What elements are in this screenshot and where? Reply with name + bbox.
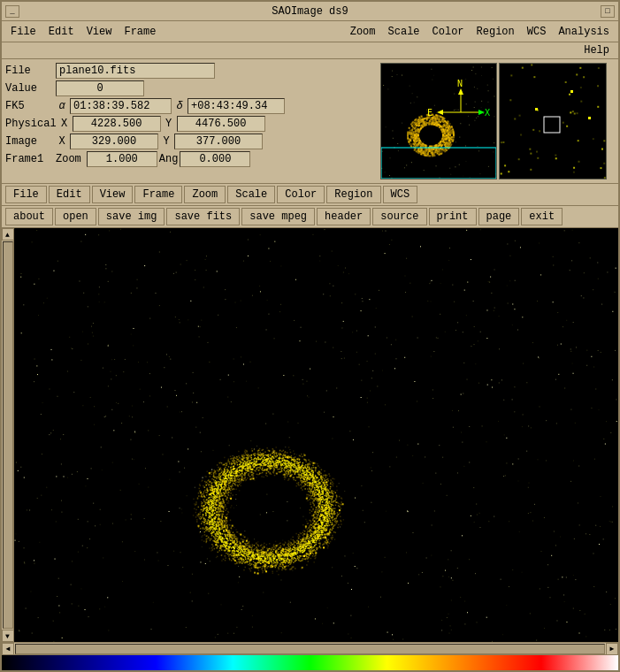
tb-save-mpeg[interactable]: save mpeg: [241, 208, 315, 225]
tb-page[interactable]: page: [478, 208, 520, 225]
main-area: ▲ ▼: [2, 228, 618, 642]
tb-print[interactable]: print: [429, 208, 477, 225]
image-row: Image X Y: [5, 134, 373, 149]
info-panel: File Value FK5 α δ Physical X Y: [2, 59, 618, 184]
tb-exit[interactable]: exit: [521, 208, 563, 225]
frame-row: Frame1 Zoom Ang: [5, 151, 373, 167]
phys-x-label: X: [58, 118, 71, 130]
help-bar: Help: [2, 42, 618, 59]
alpha-symbol: α: [56, 100, 68, 112]
main-window: _ SAOImage ds9 □ File Edit View Frame Zo…: [0, 0, 620, 672]
fk5-row: FK5 α δ: [5, 98, 373, 114]
scroll-track-h[interactable]: [15, 644, 605, 654]
tb-about[interactable]: about: [5, 208, 53, 225]
tb-source[interactable]: source: [372, 208, 426, 225]
phys-y-input[interactable]: [177, 116, 265, 132]
menu-region[interactable]: Region: [471, 25, 520, 39]
dec-input[interactable]: [188, 98, 285, 114]
tb-edit[interactable]: Edit: [49, 186, 90, 203]
scroll-track-v[interactable]: [3, 241, 13, 629]
phys-y-label: Y: [163, 118, 175, 130]
menu-color[interactable]: Color: [427, 25, 470, 39]
scroll-down-button[interactable]: ▼: [2, 630, 14, 642]
img-x-input[interactable]: [70, 134, 158, 149]
phys-x-input[interactable]: [73, 116, 161, 132]
tb-wcs[interactable]: WCS: [383, 186, 418, 203]
scroll-up-button[interactable]: ▲: [2, 228, 14, 241]
scroll-left-button[interactable]: ◀: [2, 643, 14, 655]
file-row: File: [5, 63, 373, 79]
scroll-right-button[interactable]: ▶: [606, 643, 618, 655]
ang-label: Ang: [159, 153, 179, 165]
tb-scale[interactable]: Scale: [227, 186, 275, 203]
minimize-button[interactable]: _: [5, 5, 19, 18]
toolbar2: about open save img save fits save mpeg …: [2, 206, 618, 228]
tb-save-img[interactable]: save img: [98, 208, 165, 225]
physical-label: Physical: [5, 118, 57, 130]
help-link[interactable]: Help: [578, 43, 615, 57]
tb-open[interactable]: open: [55, 208, 96, 225]
vertical-scrollbar: ▲ ▼: [2, 228, 14, 642]
preview-canvas-2: [499, 63, 607, 179]
delta-symbol: δ: [173, 100, 186, 112]
zoom-label: Zoom: [56, 153, 81, 165]
physical-row: Physical X Y: [5, 116, 373, 132]
title-bar: _ SAOImage ds9 □: [2, 2, 618, 21]
image-label: Image: [5, 135, 54, 148]
file-value[interactable]: [56, 63, 215, 79]
tb-region[interactable]: Region: [326, 186, 380, 203]
title-bar-left: _: [5, 5, 19, 18]
preview-canvas-1: [380, 63, 497, 179]
menubar: File Edit View Frame Zoom Scale Color Re…: [2, 21, 618, 42]
resize-button[interactable]: □: [601, 5, 615, 18]
menu-scale[interactable]: Scale: [383, 25, 425, 39]
ra-input[interactable]: [70, 98, 172, 114]
tb-view[interactable]: View: [92, 186, 134, 203]
tb-color[interactable]: Color: [277, 186, 325, 203]
menu-frame[interactable]: Frame: [119, 25, 161, 39]
img-x-label: X: [56, 135, 68, 148]
window-title: SAOImage ds9: [19, 5, 601, 18]
image-container[interactable]: [14, 228, 618, 642]
menu-view[interactable]: View: [81, 25, 118, 39]
img-y-label: Y: [160, 135, 172, 148]
menu-analysis[interactable]: Analysis: [553, 25, 615, 39]
menu-wcs[interactable]: WCS: [522, 25, 552, 39]
menu-edit[interactable]: Edit: [43, 25, 80, 39]
title-bar-right: □: [601, 5, 615, 18]
toolbar1: File Edit View Frame Zoom Scale Color Re…: [2, 184, 618, 206]
img-y-input[interactable]: [174, 134, 263, 149]
zoom-input[interactable]: [87, 151, 157, 167]
value-row: Value: [5, 80, 373, 96]
value-input[interactable]: [56, 80, 144, 96]
tb-file[interactable]: File: [5, 186, 47, 203]
tb-zoom[interactable]: Zoom: [184, 186, 226, 203]
astronomy-image[interactable]: [14, 228, 618, 642]
tb-header[interactable]: header: [317, 208, 371, 225]
horizontal-scrollbar: ◀ ▶: [2, 642, 618, 654]
tb-save-fits[interactable]: save fits: [166, 208, 240, 225]
menu-file[interactable]: File: [5, 25, 42, 39]
value-label: Value: [5, 82, 54, 95]
preview-panels: [379, 61, 609, 181]
frame-label: Frame1: [5, 153, 54, 165]
colorbar: [2, 654, 618, 670]
menu-zoom[interactable]: Zoom: [345, 25, 381, 39]
tb-frame[interactable]: Frame: [134, 186, 182, 203]
fk5-label: FK5: [5, 100, 54, 112]
info-fields: File Value FK5 α δ Physical X Y: [4, 61, 375, 181]
ang-input[interactable]: [180, 151, 250, 167]
file-label: File: [5, 65, 54, 77]
